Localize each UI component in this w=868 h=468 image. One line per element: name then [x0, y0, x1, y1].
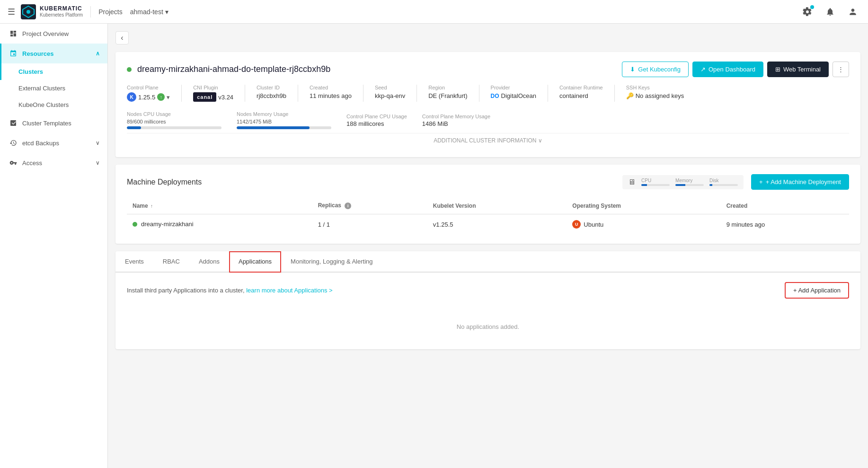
topnav-icons: [800, 4, 860, 19]
cluster-actions: ⬇ Get Kubeconfig ↗ Open Dashboard ⊞ Web …: [622, 62, 849, 77]
project-selector[interactable]: ahmad-test ▾: [130, 8, 168, 16]
region-info: Region DE (Frankfurt): [428, 85, 479, 102]
cni-plugin-value: canal v3.24: [193, 92, 233, 102]
created-info: Created 11 minutes ago: [310, 85, 363, 102]
tab-events[interactable]: Events: [115, 251, 153, 273]
seed-info: Seed kkp-qa-env: [375, 85, 417, 102]
sidebar-item-kubeone-clusters[interactable]: KubeOne Clusters: [0, 97, 107, 113]
cluster-id-info: Cluster ID rj8ccbxh9b: [257, 85, 298, 102]
digitalocean-icon: DO: [491, 93, 499, 99]
projects-link[interactable]: Projects: [98, 8, 123, 16]
row-status-dot: [133, 222, 137, 227]
key-icon: 🔑: [626, 92, 634, 99]
control-plane-info: Control Plane K 1.25.5 ↑ ▾: [127, 85, 182, 102]
tabs-header: Events RBAC Addons Applications Monitori…: [115, 251, 860, 273]
add-application-button[interactable]: + Add Application: [785, 282, 849, 299]
nav-divider: [90, 6, 91, 18]
tab-monitoring[interactable]: Monitoring, Logging & Alerting: [281, 251, 382, 273]
upgrade-button[interactable]: ↑: [157, 93, 165, 101]
container-runtime-info: Container Runtime containerd: [559, 85, 615, 102]
sidebar: Project Overview Resources ∧ Clusters Ex…: [0, 24, 108, 468]
chevron-down-icon: ▾: [165, 8, 168, 16]
etcd-chevron-icon: ∨: [96, 140, 100, 146]
col-name: Name ↑: [127, 197, 312, 214]
chevron-down-icon[interactable]: ▾: [167, 94, 170, 101]
sidebar-item-project-overview[interactable]: Project Overview: [0, 24, 107, 44]
ssh-keys-info: SSH Keys 🔑 No assigned keys: [626, 85, 696, 102]
cni-plugin-info: CNI Plugin canal v3.24: [193, 85, 245, 102]
disk-mini-bar: [709, 184, 738, 186]
applications-section: Install third party Applications into a …: [115, 273, 860, 349]
machine-deployments-actions: 🖥 CPU Memory: [622, 174, 849, 190]
cluster-status-dot: [127, 67, 132, 72]
svg-point-2: [27, 10, 30, 14]
sidebar-item-clusters[interactable]: Clusters: [0, 63, 107, 80]
row-replicas: 1 / 1: [312, 214, 427, 235]
cluster-templates-icon: [9, 119, 18, 127]
machine-deployments-tbody: dreamy-mirzakhani 1 / 1 v1.25.5 U Ubuntu…: [127, 214, 849, 235]
etcd-backups-icon: [9, 139, 18, 147]
col-created: Created: [721, 197, 849, 214]
add-machine-deployment-button[interactable]: + + Add Machine Deployment: [751, 174, 849, 190]
more-options-button[interactable]: ⋮: [833, 62, 849, 77]
row-operating-system: U Ubuntu: [567, 214, 720, 235]
cluster-info-grid: Control Plane K 1.25.5 ↑ ▾ CNI Plugin ca…: [127, 85, 849, 107]
tab-addons[interactable]: Addons: [189, 251, 229, 273]
main-layout: Project Overview Resources ∧ Clusters Ex…: [0, 24, 868, 468]
sidebar-item-resources[interactable]: Resources ∧: [0, 44, 107, 63]
notifications-icon[interactable]: [823, 4, 838, 19]
nodes-cpu-fill: [127, 126, 141, 129]
col-replicas: Replicas i: [312, 197, 427, 214]
table-row[interactable]: dreamy-mirzakhani 1 / 1 v1.25.5 U Ubuntu…: [127, 214, 849, 235]
sidebar-item-etcd-backups[interactable]: etcd Backups ∨: [0, 133, 107, 153]
row-name: dreamy-mirzakhani: [127, 214, 312, 235]
tab-applications[interactable]: Applications: [229, 251, 281, 273]
cpu-mini-fill: [641, 184, 647, 186]
row-created: 9 minutes ago: [721, 214, 849, 235]
collapse-sidebar-button[interactable]: ‹: [115, 31, 129, 44]
sort-arrow-icon: ↑: [151, 203, 153, 209]
cluster-title-row: dreamy-mirzakhani-ahmad-do-template-rj8c…: [127, 62, 849, 77]
additional-cluster-info[interactable]: ADDITIONAL CLUSTER INFORMATION ∨: [127, 133, 849, 148]
resources-chevron-icon: ∧: [96, 50, 100, 57]
vm-icon: 🖥: [628, 178, 636, 186]
row-kubelet-version: v1.25.5: [427, 214, 567, 235]
user-icon[interactable]: [845, 4, 860, 19]
cpu-mini-bar: [641, 184, 670, 186]
sidebar-item-cluster-templates[interactable]: Cluster Templates: [0, 113, 107, 133]
external-link-icon: ↗: [700, 66, 706, 73]
ubuntu-icon: U: [572, 220, 581, 229]
apps-info-row: Install third party Applications into a …: [127, 282, 849, 299]
nodes-cpu-usage: Nodes CPU Usage 89/600 millicores: [127, 111, 221, 129]
machine-deployments-card: Machine Deployments 🖥 CPU Memory: [115, 165, 860, 244]
replicas-info-icon[interactable]: i: [345, 203, 351, 209]
project-overview-icon: [9, 29, 18, 38]
logo: KUBERMATIC Kubernetes Platform: [21, 4, 83, 19]
machine-deployments-header: Machine Deployments 🖥 CPU Memory: [127, 174, 849, 190]
col-kubelet-version: Kubelet Version: [427, 197, 567, 214]
sidebar-item-access[interactable]: Access ∨: [0, 153, 107, 173]
sidebar-item-external-clusters[interactable]: External Clusters: [0, 80, 107, 97]
control-plane-value: K 1.25.5 ↑ ▾: [127, 92, 170, 102]
learn-more-link[interactable]: learn more about Applications >: [246, 287, 332, 294]
access-icon: [9, 159, 18, 167]
web-terminal-button[interactable]: ⊞ Web Terminal: [767, 62, 829, 77]
get-kubeconfig-button[interactable]: ⬇ Get Kubeconfig: [622, 62, 689, 77]
open-dashboard-button[interactable]: ↗ Open Dashboard: [692, 62, 763, 77]
nodes-memory-bar: [237, 126, 331, 129]
nodes-cpu-bar: [127, 126, 221, 129]
cp-memory-stat: Control Plane Memory Usage 1486 MiB: [422, 114, 490, 127]
disk-mini: Disk: [709, 178, 738, 186]
kubermatic-logo-icon: [21, 4, 36, 19]
tab-rbac[interactable]: RBAC: [153, 251, 189, 273]
nodes-memory-usage: Nodes Memory Usage 1142/1475 MiB: [237, 111, 331, 129]
usage-grid: Nodes CPU Usage 89/600 millicores Nodes …: [127, 111, 849, 129]
settings-icon[interactable]: [800, 4, 815, 19]
breadcrumb: Projects ahmad-test ▾: [98, 8, 168, 16]
hamburger-icon[interactable]: ☰: [8, 7, 15, 17]
cp-cpu-stat: Control Plane CPU Usage 188 millicores: [346, 114, 407, 127]
k8s-logo-icon: K: [127, 92, 136, 102]
machine-deployments-table: Name ↑ Replicas i Kubelet Version Operat…: [127, 197, 849, 234]
topnav: ☰ KUBERMATIC Kubernetes Platform Project…: [0, 0, 868, 24]
cpu-mini: CPU: [641, 178, 670, 186]
